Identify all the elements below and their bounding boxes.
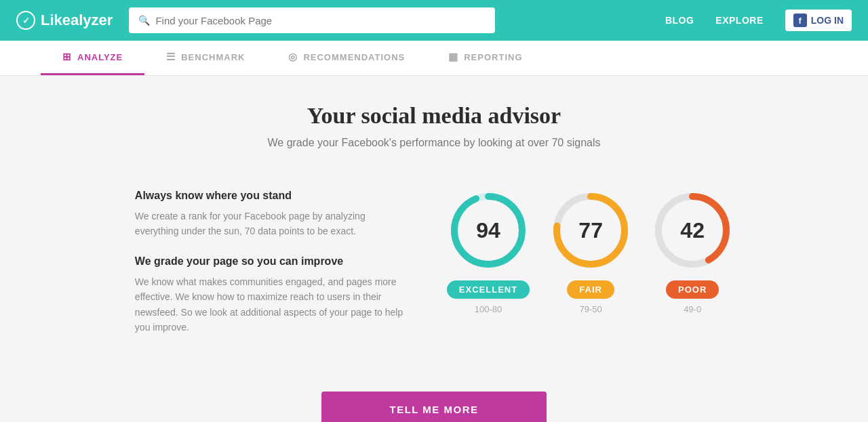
left-text: Always know where you stand We create a … xyxy=(135,190,406,351)
circle-excellent: 94 xyxy=(448,190,529,271)
nav-tabs: ⊞ ANALYZE ☰ BENCHMARK ◎ RECOMMENDATIONS … xyxy=(0,41,868,76)
heading-1: Always know where you stand xyxy=(135,190,406,202)
header: Likealyzer 🔍 BLOG EXPLORE f LOG IN xyxy=(0,0,868,41)
explore-link[interactable]: EXPLORE xyxy=(715,15,763,26)
tab-benchmark[interactable]: ☰ BENCHMARK xyxy=(144,41,267,75)
tab-recommendations-label: RECOMMENDATIONS xyxy=(303,52,405,62)
logo: Likealyzer xyxy=(16,11,113,30)
badge-poor: POOR xyxy=(666,280,719,299)
login-label: LOG IN xyxy=(811,15,844,26)
main-content: Your social media advisor We grade your … xyxy=(0,76,868,422)
hero-subtitle: We grade your Facebook's performance by … xyxy=(0,137,868,149)
content-section: Always know where you stand We create a … xyxy=(61,176,807,364)
analyze-icon: ⊞ xyxy=(62,51,72,63)
score-poor: 42 POOR 49-0 xyxy=(652,190,733,314)
badge-excellent: EXCELLENT xyxy=(447,280,530,299)
logo-text: Likealyzer xyxy=(41,12,113,29)
facebook-icon: f xyxy=(793,14,807,27)
reporting-icon: ▦ xyxy=(448,51,458,63)
para-2: We know what makes communities engaged, … xyxy=(135,274,406,335)
heading-2: We grade your page so you can improve xyxy=(135,255,406,268)
header-nav: BLOG EXPLORE f LOG IN xyxy=(665,9,852,31)
circle-fair: 77 xyxy=(550,190,631,271)
score-value-fair: 77 xyxy=(578,218,603,243)
range-excellent: 100-80 xyxy=(475,304,502,314)
score-excellent: 94 EXCELLENT 100-80 xyxy=(447,190,530,314)
tab-analyze-label: ANALYZE xyxy=(77,52,123,62)
tell-me-more-button[interactable]: TELL ME MORE xyxy=(321,392,546,422)
tab-reporting-label: REPORTING xyxy=(464,52,522,62)
hero-section: Your social media advisor We grade your … xyxy=(0,103,868,149)
search-bar[interactable]: 🔍 xyxy=(129,7,495,33)
score-fair: 77 FAIR 79-50 xyxy=(550,190,631,314)
score-value-excellent: 94 xyxy=(476,218,500,243)
benchmark-icon: ☰ xyxy=(166,51,176,63)
tab-benchmark-label: BENCHMARK xyxy=(181,52,245,62)
cta-section: TELL ME MORE xyxy=(0,364,868,422)
blog-link[interactable]: BLOG xyxy=(665,15,694,26)
range-poor: 49-0 xyxy=(684,304,701,314)
range-fair: 79-50 xyxy=(580,304,602,314)
tab-recommendations[interactable]: ◎ RECOMMENDATIONS xyxy=(267,41,427,75)
logo-icon xyxy=(16,11,35,30)
score-value-poor: 42 xyxy=(680,218,705,243)
para-1: We create a rank for your Facebook page … xyxy=(135,209,406,239)
search-icon: 🔍 xyxy=(138,15,150,26)
tab-reporting[interactable]: ▦ REPORTING xyxy=(427,41,544,75)
badge-fair: FAIR xyxy=(567,280,614,299)
search-input[interactable] xyxy=(155,15,486,26)
circle-poor: 42 xyxy=(652,190,733,271)
hero-title: Your social media advisor xyxy=(0,103,868,129)
recommendations-icon: ◎ xyxy=(288,51,298,63)
tab-analyze[interactable]: ⊞ ANALYZE xyxy=(41,41,144,75)
login-button[interactable]: f LOG IN xyxy=(785,9,852,31)
scores-area: 94 EXCELLENT 100-80 77 FAIR 79-50 xyxy=(447,190,733,314)
